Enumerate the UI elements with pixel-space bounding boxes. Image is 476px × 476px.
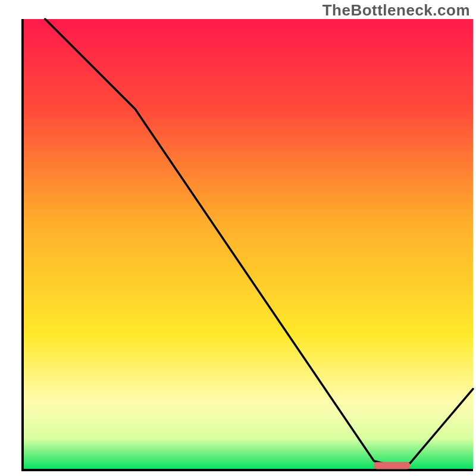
bottleneck-chart	[0, 0, 476, 476]
chart-container: TheBottleneck.com	[0, 0, 476, 476]
watermark-text: TheBottleneck.com	[322, 1, 470, 20]
gradient-background	[23, 19, 473, 470]
optimal-marker	[374, 462, 411, 469]
